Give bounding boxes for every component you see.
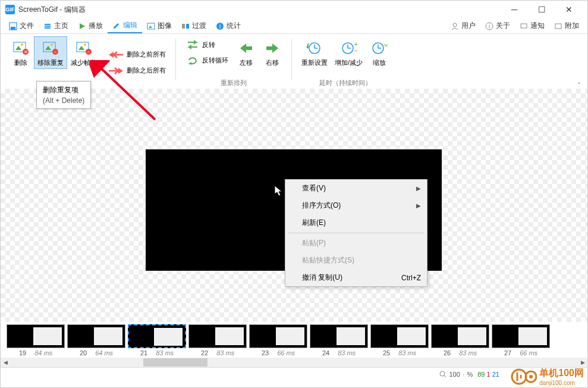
remove-duplicate-button[interactable]: − 移除重复 [34, 36, 67, 69]
ctx-refresh[interactable]: 刷新(E) [285, 214, 427, 231]
menu-transition[interactable]: 过渡 [177, 19, 211, 33]
svg-rect-4 [45, 27, 51, 29]
svg-line-50 [444, 376, 446, 377]
thumbnail-20[interactable]: 2064 ms [67, 324, 125, 356]
svg-marker-33 [118, 68, 123, 74]
ctx-sort[interactable]: 排序方式(O)▶ [285, 197, 427, 214]
svg-point-29 [84, 43, 86, 46]
svg-text:−: − [354, 48, 357, 54]
image-delete-icon: ✕ [11, 39, 30, 58]
menu-file[interactable]: 文件 [4, 19, 39, 33]
menu-image[interactable]: 图像 [142, 19, 177, 33]
arrow-left-icon [109, 51, 123, 59]
svg-marker-34 [188, 62, 191, 65]
svg-marker-32 [109, 52, 114, 58]
ctx-paste: 粘贴(P) [285, 234, 427, 252]
thumbnail-26[interactable]: 2683 ms [431, 324, 489, 356]
watermark: 单机100网 danji100.com [511, 367, 584, 386]
svg-marker-18 [15, 46, 21, 50]
delete-after-button[interactable]: 删除之后所有 [106, 65, 168, 76]
info-icon: i [216, 22, 224, 30]
svg-rect-16 [555, 24, 561, 29]
svg-rect-3 [45, 26, 51, 27]
menu-attach[interactable]: 附加 [549, 19, 584, 33]
svg-marker-35 [240, 43, 246, 53]
scale-delay-button[interactable]: % 缩放 [366, 36, 392, 69]
svg-text:+: + [354, 41, 357, 48]
menu-edit[interactable]: 编辑 [108, 18, 142, 33]
attach-icon [554, 22, 562, 30]
loop-icon [187, 55, 199, 65]
minimize-button[interactable]: ─ [501, 1, 528, 18]
svg-rect-8 [182, 24, 185, 29]
ctx-sep [288, 233, 425, 233]
ctx-undo[interactable]: 撤消 复制(U)Ctrl+Z [285, 269, 427, 286]
menu-user[interactable]: 用户 [446, 19, 480, 33]
menu-notify[interactable]: 通知 [515, 19, 549, 33]
play-icon [78, 22, 86, 30]
reorder-group-label: 重新排列 [221, 79, 247, 89]
zoom-indicator[interactable]: 100 ‹ % [439, 371, 473, 378]
thumbnail-21[interactable]: 2183 ms [128, 324, 186, 356]
reduce-frames-button[interactable]: − 减少帧数 [67, 36, 100, 69]
scroll-thumb[interactable] [143, 358, 207, 367]
thumbnail-22[interactable]: 2283 ms [188, 324, 247, 356]
move-left-icon [237, 39, 256, 58]
svg-text:✕: ✕ [24, 49, 28, 55]
edit-icon [112, 21, 121, 30]
tooltip-title: 删除重复项 [43, 85, 84, 95]
thumbnail-27[interactable]: 2766 ms [492, 324, 550, 356]
svg-point-24 [51, 43, 53, 46]
scroll-track[interactable] [10, 358, 578, 367]
thumbnail-19[interactable]: 1984 ms [7, 324, 65, 356]
inc-dec-button[interactable]: +− 增加/减少 [331, 36, 366, 69]
thumbnail-24[interactable]: 2483 ms [310, 324, 368, 356]
window-title: ScreenToGif - 编辑器 [18, 5, 86, 15]
thumbnail-strip: 1984 ms2064 ms2183 ms2283 ms2366 ms2483 … [1, 322, 587, 358]
svg-rect-36 [246, 46, 252, 50]
move-right-button[interactable]: 右移 [259, 36, 285, 69]
svg-point-55 [529, 375, 533, 378]
svg-text:i: i [489, 23, 490, 30]
thumbnail-23[interactable]: 2366 ms [249, 324, 307, 356]
clock-reset-icon [305, 39, 324, 58]
svg-text:−: − [54, 49, 57, 55]
delete-before-button[interactable]: 删除之前所有 [106, 49, 168, 60]
menu-stats[interactable]: i统计 [211, 19, 246, 33]
thumbnail-25[interactable]: 2583 ms [370, 324, 429, 356]
menu-about[interactable]: i关于 [480, 19, 515, 33]
svg-rect-6 [147, 23, 155, 29]
scroll-right-button[interactable]: ▶ [578, 358, 587, 367]
image-reduce-icon: − [74, 39, 93, 58]
reverse-button[interactable]: 反转 [184, 39, 231, 51]
delay-group-label: 延时（持续时间） [319, 79, 372, 89]
move-left-button[interactable]: 左移 [233, 36, 259, 69]
notify-icon [520, 22, 528, 30]
watermark-logo-icon [511, 368, 537, 386]
menu-home[interactable]: 主页 [39, 19, 73, 33]
ctx-view[interactable]: 查看(V)▶ [285, 180, 427, 197]
close-button[interactable]: ✕ [555, 1, 583, 18]
reverse-loop-button[interactable]: 反转循环 [184, 54, 231, 66]
zoom-icon [439, 371, 446, 378]
menubar: 文件 主页 播放 编辑 图像 过渡 i统计 用户 i关于 通知 附加 [1, 18, 587, 34]
svg-marker-38 [272, 43, 278, 53]
svg-rect-15 [521, 24, 527, 28]
reset-delay-button[interactable]: 重新设置 [298, 36, 331, 69]
arrow-right-icon [109, 67, 123, 75]
app-icon: GIF [5, 5, 15, 14]
ribbon-collapse-icon[interactable]: ⌄ [577, 79, 581, 85]
h-scrollbar[interactable]: ◀ ▶ [1, 358, 587, 367]
tooltip-shortcut: (Alt + Delete) [43, 96, 84, 105]
move-right-icon [263, 39, 282, 58]
svg-rect-1 [11, 27, 15, 30]
scroll-left-button[interactable]: ◀ [1, 358, 10, 367]
menu-play[interactable]: 播放 [73, 19, 108, 33]
delete-button[interactable]: ✕ 删除 [8, 36, 34, 69]
svg-point-49 [440, 371, 445, 376]
svg-rect-37 [266, 46, 272, 50]
maximize-button[interactable]: ☐ [528, 1, 555, 18]
svg-marker-23 [45, 46, 51, 50]
svg-point-19 [21, 43, 23, 46]
chevron-right-icon: ▶ [416, 185, 421, 192]
